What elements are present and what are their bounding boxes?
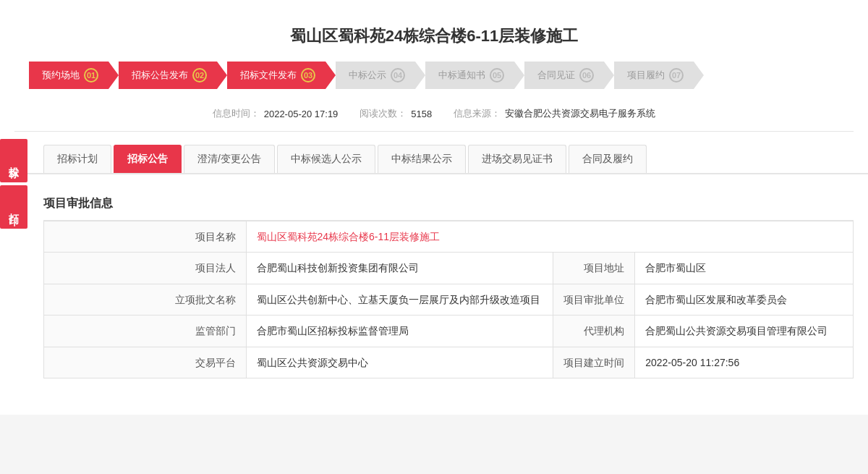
step-arrow-4 <box>415 62 425 89</box>
td-right-label-1: 项目地址 <box>553 253 635 284</box>
tab-0[interactable]: 招标计划 <box>43 145 111 173</box>
step-7[interactable]: 项目履约 07 <box>614 62 694 89</box>
step-label: 中标通知书 <box>438 69 485 82</box>
td-left-label-2: 立项批文名称 <box>44 284 247 315</box>
tab-1[interactable]: 招标公告 <box>114 145 182 173</box>
step-label: 项目履约 <box>627 69 665 82</box>
td-right-label-4: 项目建立时间 <box>553 347 635 378</box>
step-label: 招标文件发布 <box>240 69 297 82</box>
meta-time: 信息时间： 2022-05-20 17:19 <box>213 107 339 120</box>
step-arrow-6 <box>604 62 614 89</box>
table-row-2: 立项批文名称蜀山区公共创新中心、立基天厦负一层展厅及内部升级改造项目项目审批单位… <box>44 284 854 315</box>
tab-2[interactable]: 澄清/变更公告 <box>184 145 275 173</box>
section-title: 项目审批信息 <box>43 189 854 221</box>
page-wrapper: 蜀山区蜀科苑24栋综合楼6-11层装修施工 预约场地 01 招标公告发布 02 … <box>0 0 868 415</box>
td-label-0: 项目名称 <box>44 221 247 253</box>
table-row-4: 交易平台蜀山区公共资源交易中心项目建立时间2022-05-20 11:27:56 <box>44 347 854 378</box>
step-arrow-1 <box>109 62 119 89</box>
steps-container: 预约场地 01 招标公告发布 02 招标文件发布 03 中标公示 04 中标通知… <box>0 62 868 100</box>
tabs-section: 投标打印 招标计划招标公告澄清/变更公告中标候选人公示中标结果公示进场交易见证书… <box>0 139 868 174</box>
step-6[interactable]: 合同见证 06 <box>524 62 604 89</box>
td-right-value-2: 合肥市蜀山区发展和改革委员会 <box>635 284 854 315</box>
td-left-label-4: 交易平台 <box>44 347 247 378</box>
step-arrow-7 <box>694 62 704 89</box>
side-buttons-container: 投标打印 <box>0 139 27 229</box>
step-num: 01 <box>84 68 98 82</box>
td-right-value-3: 合肥蜀山公共资源交易项目管理有限公司 <box>635 316 854 347</box>
step-3[interactable]: 招标文件发布 03 <box>227 62 326 89</box>
td-left-value-2: 蜀山区公共创新中心、立基天厦负一层展厅及内部升级改造项目 <box>246 284 553 315</box>
td-value-0: 蜀山区蜀科苑24栋综合楼6-11层装修施工 <box>246 221 854 253</box>
td-left-value-3: 合肥市蜀山区招标投标监督管理局 <box>246 316 553 347</box>
td-left-value-4: 蜀山区公共资源交易中心 <box>246 347 553 378</box>
step-arrow-2 <box>217 62 227 89</box>
td-right-label-3: 代理机构 <box>553 316 635 347</box>
td-left-label-1: 项目法人 <box>44 253 247 284</box>
info-table: 项目名称蜀山区蜀科苑24栋综合楼6-11层装修施工项目法人合肥蜀山科技创新投资集… <box>43 221 854 378</box>
td-right-value-1: 合肥市蜀山区 <box>635 253 854 284</box>
divider <box>14 131 854 132</box>
table-row-1: 项目法人合肥蜀山科技创新投资集团有限公司项目地址合肥市蜀山区 <box>44 253 854 284</box>
tab-3[interactable]: 中标候选人公示 <box>277 145 375 173</box>
step-num: 05 <box>490 68 504 82</box>
meta-source: 信息来源： 安徽合肥公共资源交易电子服务系统 <box>454 107 655 120</box>
tab-6[interactable]: 合同及履约 <box>569 145 647 173</box>
meta-read: 阅读次数： 5158 <box>359 107 432 120</box>
step-num: 07 <box>669 68 684 82</box>
step-5[interactable]: 中标通知书 05 <box>425 62 514 89</box>
step-1[interactable]: 预约场地 01 <box>29 62 109 89</box>
tab-5[interactable]: 进场交易见证书 <box>468 145 566 173</box>
td-right-label-2: 项目审批单位 <box>553 284 635 315</box>
table-row-3: 监管部门合肥市蜀山区招标投标监督管理局代理机构合肥蜀山公共资源交易项目管理有限公… <box>44 316 854 347</box>
td-left-label-3: 监管部门 <box>44 316 247 347</box>
tabs-container: 招标计划招标公告澄清/变更公告中标候选人公示中标结果公示进场交易见证书合同及履约 <box>0 139 868 173</box>
side-btn-打印[interactable]: 打印 <box>0 185 27 229</box>
step-2[interactable]: 招标公告发布 02 <box>119 62 217 89</box>
step-label: 中标公示 <box>349 69 386 82</box>
page-title: 蜀山区蜀科苑24栋综合楼6-11层装修施工 <box>0 14 868 62</box>
meta-row: 信息时间： 2022-05-20 17:19 阅读次数： 5158 信息来源： … <box>0 100 868 131</box>
step-num: 06 <box>579 68 594 82</box>
step-label: 合同见证 <box>537 69 575 82</box>
step-num: 03 <box>301 68 315 82</box>
step-arrow-5 <box>514 62 524 89</box>
side-btn-投标[interactable]: 投标 <box>0 139 27 182</box>
step-num: 04 <box>391 68 405 82</box>
step-4[interactable]: 中标公示 04 <box>336 62 415 89</box>
step-label: 预约场地 <box>42 69 80 82</box>
step-num: 02 <box>192 68 207 82</box>
td-left-value-1: 合肥蜀山科技创新投资集团有限公司 <box>246 253 553 284</box>
step-arrow-3 <box>326 62 336 89</box>
table-row-0: 项目名称蜀山区蜀科苑24栋综合楼6-11层装修施工 <box>44 221 854 253</box>
content-area: 项目审批信息 项目名称蜀山区蜀科苑24栋综合楼6-11层装修施工项目法人合肥蜀山… <box>0 174 868 393</box>
step-label: 招标公告发布 <box>132 69 188 82</box>
td-right-value-4: 2022-05-20 11:27:56 <box>635 347 854 378</box>
tab-4[interactable]: 中标结果公示 <box>378 145 466 173</box>
tabs-wrapper: 招标计划招标公告澄清/变更公告中标候选人公示中标结果公示进场交易见证书合同及履约 <box>0 139 868 174</box>
